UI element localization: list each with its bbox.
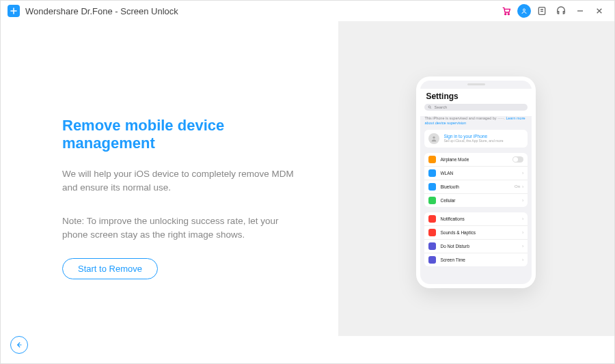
note-text: Note: To improve the unlocking success r… (62, 214, 305, 242)
page-title: Remove mobile device management (62, 117, 305, 152)
phone-mockup: Settings Search This iPhone is supervise… (416, 76, 536, 288)
row-sounds: Sounds & Haptics› (424, 226, 528, 240)
row-dnd: Do Not Disturb› (424, 240, 528, 253)
row-bluetooth: Bluetooth On› (424, 180, 528, 194)
svg-point-1 (508, 14, 509, 15)
phone-search-box: Search (424, 104, 528, 111)
svg-point-0 (505, 14, 506, 15)
svg-point-2 (523, 9, 525, 11)
svg-point-4 (428, 106, 430, 108)
row-notifications: Notifications› (424, 212, 528, 226)
mdm-banner: This iPhone is supervised and managed by… (424, 116, 528, 126)
svg-point-5 (433, 136, 435, 138)
avatar-icon (428, 133, 439, 144)
support-icon[interactable] (553, 3, 569, 19)
toggle-icon (512, 156, 523, 163)
app-title: Wondershare Dr.Fone - Screen Unlock (25, 6, 178, 16)
feedback-icon[interactable] (534, 3, 550, 19)
row-screentime: Screen Time› (424, 253, 528, 266)
back-button[interactable] (10, 336, 28, 354)
start-remove-button[interactable]: Start to Remove (62, 258, 158, 279)
close-button[interactable] (591, 3, 607, 19)
row-wlan: WLAN › (424, 167, 528, 180)
phone-signin-row: Sign in to your iPhone Set up iCloud, th… (424, 130, 528, 148)
row-airplane: Airplane Mode (424, 153, 528, 167)
account-icon[interactable] (517, 4, 531, 18)
row-cellular: Cellular › (424, 194, 528, 207)
phone-group-alerts: Notifications› Sounds & Haptics› Do Not … (424, 212, 528, 266)
minimize-button[interactable] (572, 3, 588, 19)
phone-settings-title: Settings (420, 89, 532, 104)
app-logo-icon (8, 5, 20, 17)
phone-group-connectivity: Airplane Mode WLAN › Bluetooth On› (424, 153, 528, 207)
description-text: We will help your iOS device to complete… (62, 167, 305, 195)
cart-icon[interactable] (498, 3, 515, 19)
